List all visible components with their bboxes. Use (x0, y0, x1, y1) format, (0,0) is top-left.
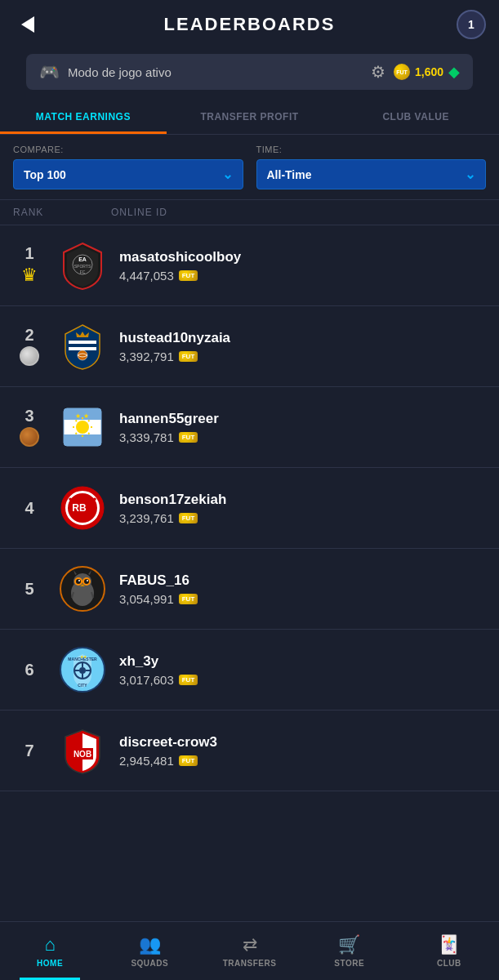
svg-text:EA: EA (78, 256, 87, 262)
player-name-1: masatoshicoolboy (119, 249, 486, 265)
fut-badge-6: FUT (179, 675, 198, 685)
svg-line-23 (88, 421, 90, 422)
club-logo-2 (54, 318, 111, 375)
game-mode-bar[interactable]: 🎮 Modo de jogo ativo ⚙ FUT 1,600 ◆ (26, 54, 473, 90)
table-row[interactable]: 7 NOB (0, 710, 499, 791)
player-score-3: 3,339,781 FUT (119, 430, 486, 444)
nav-club[interactable]: 🃏 CLUB (399, 922, 499, 980)
svg-line-24 (76, 433, 78, 434)
online-id-column-header: ONLINE ID (62, 207, 486, 218)
score-value-4: 3,239,761 (119, 511, 174, 525)
rank-number-4: 4 (25, 500, 33, 516)
table-row[interactable]: 3 ★ ★ (0, 387, 499, 468)
tab-match-earnings[interactable]: MATCH EARNINGS (0, 100, 167, 134)
rank-number-2: 2 (25, 327, 33, 343)
table-row[interactable]: 1 ♛ EA SPORTS FC masatoshicoolboy (0, 225, 499, 306)
score-value-5: 3,054,991 (119, 592, 174, 606)
player-info-3: hannen55greer 3,339,781 FUT (119, 411, 486, 444)
store-icon: 🛒 (338, 934, 360, 956)
club-logo-4: RB (54, 479, 111, 537)
home-icon: ⌂ (44, 934, 55, 956)
compare-select[interactable]: Top 100 ⌄ (13, 159, 243, 189)
leaderboard-list: 1 ♛ EA SPORTS FC masatoshicoolboy (0, 225, 499, 791)
notification-count: 1 (468, 18, 474, 31)
svg-text:RB: RB (72, 502, 87, 514)
nav-squads[interactable]: 👥 SQUADS (100, 922, 199, 980)
bronze-medal-icon (20, 427, 39, 447)
table-row[interactable]: 4 RB benson17zekiah (0, 468, 499, 549)
back-arrow-icon (21, 16, 34, 33)
medal-crown: ♛ (21, 265, 38, 286)
svg-text:SPORTS: SPORTS (74, 264, 91, 269)
player-info-4: benson17zekiah 3,239,761 FUT (119, 492, 486, 525)
time-chevron-icon: ⌄ (465, 167, 475, 182)
player-score-5: 3,054,991 FUT (119, 592, 486, 606)
rank-col-3: 3 (13, 408, 46, 447)
svg-point-49 (79, 667, 86, 674)
bottom-nav: ⌂ HOME 👥 SQUADS ⇄ TRANSFERS 🛒 STORE 🃏 CL… (0, 921, 499, 980)
player-info-5: FABUS_16 3,054,991 FUT (119, 572, 486, 606)
svg-point-16 (76, 421, 89, 434)
table-row[interactable]: 2 (0, 306, 499, 387)
ea-sports-crest: EA SPORTS FC (57, 240, 108, 291)
back-button[interactable] (13, 10, 42, 39)
club-logo-1: EA SPORTS FC (54, 237, 111, 294)
coins-display: FUT 1,600 ◆ (394, 63, 460, 81)
controller-icon: 🎮 (39, 62, 60, 82)
player-info-7: discreet-crow3 2,945,481 FUT (119, 734, 486, 768)
svg-point-42 (87, 580, 88, 581)
svg-line-22 (88, 433, 90, 434)
nav-transfers[interactable]: ⇄ TRANSFERS (199, 922, 299, 980)
diamond-icon: ◆ (448, 63, 460, 81)
fut-badge-1: FUT (179, 270, 198, 281)
gear-icon[interactable]: ⚙ (371, 62, 385, 82)
tab-club-value[interactable]: CLUB VALUE (332, 100, 499, 134)
player-info-6: xh_3y 3,017,603 FUT (119, 653, 486, 687)
svg-rect-7 (69, 341, 96, 344)
score-value-1: 4,447,053 (119, 269, 174, 283)
argentina-crest: ★ ★ AFA (57, 402, 108, 452)
fut-coin-icon: FUT (394, 64, 410, 80)
tabs-container: MATCH EARNINGS TRANSFER PROFIT CLUB VALU… (0, 100, 499, 135)
rank-column-header: RANK (13, 207, 62, 218)
rank-number-3: 3 (25, 408, 33, 424)
club-logo-3: ★ ★ AFA (54, 399, 111, 456)
svg-point-40 (84, 579, 89, 584)
table-row[interactable]: 6 MANCHESTER CIT (0, 630, 499, 710)
nav-home[interactable]: ⌂ HOME (0, 922, 100, 980)
rank-number-1: 1 (25, 245, 33, 261)
player-name-6: xh_3y (119, 653, 486, 670)
rank-col-6: 6 (13, 662, 46, 678)
score-value-6: 3,017,603 (119, 673, 174, 687)
tab-transfer-profit[interactable]: TRANSFER PROFIT (167, 100, 333, 134)
filters-row: COMPARE: Top 100 ⌄ TIME: All-Time ⌄ (0, 135, 499, 199)
player-score-1: 4,447,053 FUT (119, 269, 486, 283)
player-name-5: FABUS_16 (119, 572, 486, 589)
time-select[interactable]: All-Time ⌄ (256, 159, 487, 189)
header-right: 1 (457, 10, 486, 39)
svg-text:CITY: CITY (78, 683, 87, 688)
svg-rect-9 (69, 347, 96, 350)
table-header: RANK ONLINE ID (0, 199, 499, 225)
nav-squads-label: SQUADS (131, 959, 168, 968)
silver-medal-icon (20, 346, 39, 366)
player-name-7: discreet-crow3 (119, 734, 486, 751)
nav-store[interactable]: 🛒 STORE (300, 922, 399, 980)
time-filter-group: TIME: All-Time ⌄ (256, 145, 487, 189)
svg-text:AFA: AFA (76, 438, 89, 445)
time-value: All-Time (267, 168, 312, 181)
table-row[interactable]: 5 (0, 549, 499, 630)
nav-store-label: STORE (334, 959, 364, 968)
svg-text:★: ★ (83, 412, 89, 420)
compare-label: COMPARE: (13, 145, 243, 154)
transfers-icon: ⇄ (243, 934, 257, 956)
svg-rect-8 (69, 344, 96, 347)
notification-badge[interactable]: 1 (457, 10, 486, 39)
owl-crest (57, 564, 108, 614)
time-label: TIME: (256, 145, 487, 154)
player-info-2: hustead10nyzaia 3,392,791 FUT (119, 330, 486, 363)
rank-number-6: 6 (25, 662, 33, 678)
svg-text:FC: FC (80, 270, 86, 274)
app-container: LEADERBOARDS 1 🎮 Modo de jogo ativo ⚙ F (0, 0, 499, 850)
man-city-crest: MANCHESTER CITY ★ ★ (57, 644, 108, 695)
